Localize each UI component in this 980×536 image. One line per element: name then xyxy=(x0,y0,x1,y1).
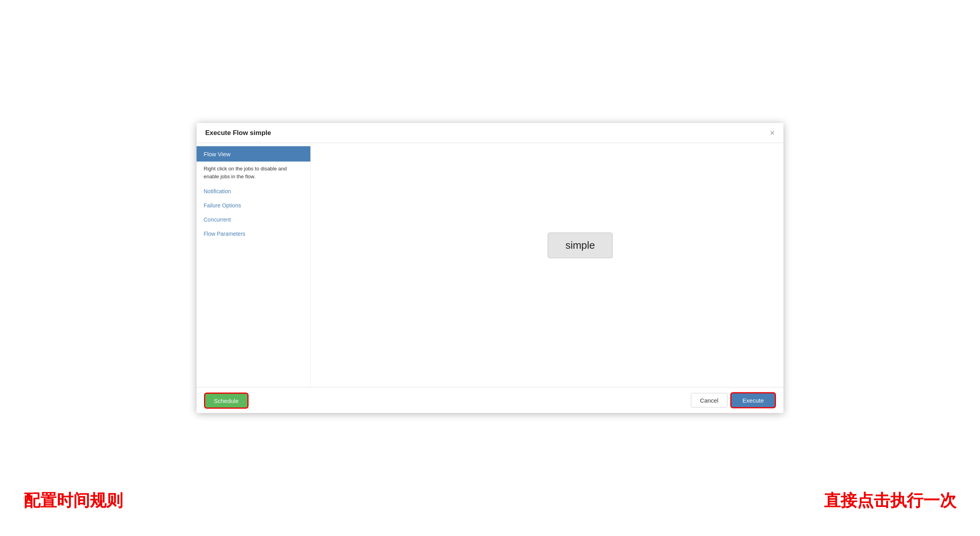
sidebar-item-notification[interactable]: Notification xyxy=(197,184,310,198)
cancel-button[interactable]: Cancel xyxy=(691,393,728,408)
close-button[interactable]: × xyxy=(770,129,775,137)
modal-footer: Schedule Cancel Execute xyxy=(197,387,783,413)
sidebar-item-failure-options[interactable]: Failure Options xyxy=(197,198,310,213)
execute-button[interactable]: Execute xyxy=(731,394,775,407)
annotation-right: 直接点击执行一次 xyxy=(824,490,956,512)
modal-sidebar: Flow View Right click on the jobs to dis… xyxy=(197,143,311,387)
footer-right: Cancel Execute xyxy=(691,393,775,408)
modal-header: Execute Flow simple × xyxy=(197,123,783,143)
schedule-button[interactable]: Schedule xyxy=(205,394,247,408)
modal-body: Flow View Right click on the jobs to dis… xyxy=(197,143,783,387)
sidebar-item-flow-parameters[interactable]: Flow Parameters xyxy=(197,227,310,241)
sidebar-description: Right click on the jobs to disable and e… xyxy=(197,162,310,184)
sidebar-item-concurrent[interactable]: Concurrent xyxy=(197,213,310,227)
modal-main-content: simple xyxy=(311,143,783,387)
dialog-title: Execute Flow simple xyxy=(205,129,271,137)
page: 配置时间规则 直接点击执行一次 Execute Flow simple × Fl… xyxy=(0,0,980,536)
modal-dialog: Execute Flow simple × Flow View Right cl… xyxy=(197,123,783,413)
flow-node: simple xyxy=(548,233,612,258)
footer-left: Schedule xyxy=(205,394,247,408)
sidebar-item-flow-view[interactable]: Flow View xyxy=(197,146,310,162)
annotation-left: 配置时间规则 xyxy=(24,490,123,512)
